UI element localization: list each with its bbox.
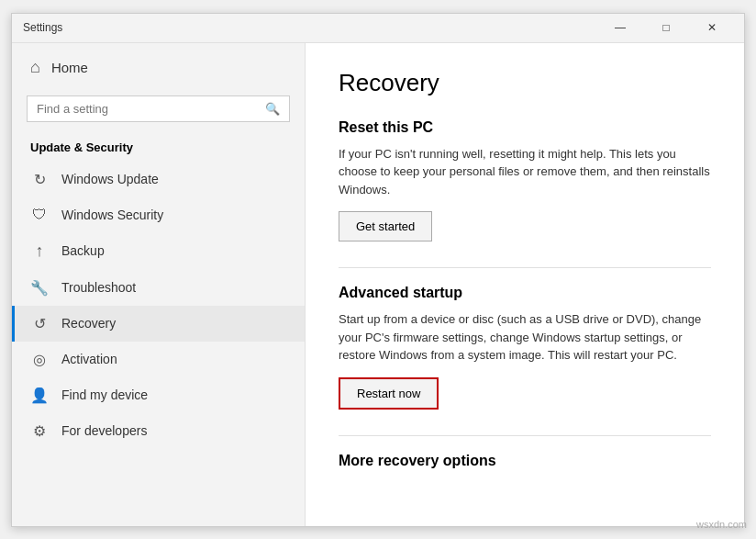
search-icon: 🔍 bbox=[265, 102, 280, 116]
main-content: Recovery Reset this PC If your PC isn't … bbox=[306, 43, 744, 526]
windows-security-icon: 🛡 bbox=[30, 207, 49, 223]
sidebar-item-recovery[interactable]: ↺ Recovery bbox=[12, 306, 305, 342]
window-title: Settings bbox=[23, 21, 62, 34]
advanced-startup-description: Start up from a device or disc (such as … bbox=[339, 310, 711, 365]
title-bar: Settings — □ ✕ bbox=[12, 14, 744, 43]
sidebar-section-title: Update & Security bbox=[12, 133, 305, 162]
sidebar-item-windows-update[interactable]: ↻ Windows Update bbox=[12, 162, 305, 197]
home-label: Home bbox=[51, 60, 88, 75]
content-area: ⌂ Home 🔍 Update & Security ↻ Windows Upd… bbox=[12, 43, 744, 526]
sidebar-item-troubleshoot[interactable]: 🔧 Troubleshoot bbox=[12, 270, 305, 306]
reset-pc-title: Reset this PC bbox=[339, 119, 711, 136]
more-recovery-title: More recovery options bbox=[339, 453, 711, 469]
sidebar-item-activation[interactable]: ◎ Activation bbox=[12, 342, 305, 377]
get-started-button[interactable]: Get started bbox=[339, 211, 432, 241]
sidebar-item-for-developers[interactable]: ⚙ For developers bbox=[12, 413, 305, 449]
settings-window: Settings — □ ✕ ⌂ Home 🔍 Update & Securit… bbox=[11, 13, 745, 527]
window-controls: — □ ✕ bbox=[599, 13, 733, 42]
sidebar-item-label: Troubleshoot bbox=[61, 280, 136, 295]
sidebar-item-backup[interactable]: ↑ Backup bbox=[12, 232, 305, 270]
sidebar-item-label: Recovery bbox=[61, 316, 116, 331]
advanced-startup-title: Advanced startup bbox=[339, 285, 711, 301]
minimize-button[interactable]: — bbox=[599, 13, 641, 42]
reset-pc-description: If your PC isn't running well, resetting… bbox=[339, 145, 711, 199]
home-icon: ⌂ bbox=[30, 58, 40, 77]
search-box: 🔍 bbox=[27, 95, 290, 122]
sidebar-item-label: Windows Update bbox=[61, 172, 159, 186]
sidebar-item-windows-security[interactable]: 🛡 Windows Security bbox=[12, 197, 305, 232]
sidebar-item-home[interactable]: ⌂ Home bbox=[12, 43, 305, 92]
sidebar-item-label: Backup bbox=[61, 243, 105, 258]
sidebar-item-find-my-device[interactable]: 👤 Find my device bbox=[12, 377, 305, 413]
sidebar-item-label: Find my device bbox=[61, 387, 148, 402]
restart-now-button[interactable]: Restart now bbox=[339, 377, 439, 410]
sidebar-item-label: Windows Security bbox=[61, 208, 163, 222]
watermark: wsxdn.com bbox=[696, 519, 747, 530]
page-title: Recovery bbox=[339, 69, 711, 97]
recovery-icon: ↺ bbox=[30, 315, 49, 332]
sidebar: ⌂ Home 🔍 Update & Security ↻ Windows Upd… bbox=[12, 43, 306, 526]
maximize-button[interactable]: □ bbox=[645, 13, 687, 42]
search-input[interactable] bbox=[37, 102, 258, 116]
section-divider bbox=[339, 267, 711, 268]
close-button[interactable]: ✕ bbox=[691, 13, 733, 42]
section-divider-2 bbox=[339, 435, 711, 436]
for-developers-icon: ⚙ bbox=[30, 422, 49, 440]
troubleshoot-icon: 🔧 bbox=[30, 279, 49, 297]
sidebar-item-label: For developers bbox=[61, 423, 147, 438]
backup-icon: ↑ bbox=[30, 241, 49, 261]
windows-update-icon: ↻ bbox=[30, 171, 49, 188]
sidebar-item-label: Activation bbox=[61, 352, 117, 366]
find-my-device-icon: 👤 bbox=[30, 387, 49, 404]
activation-icon: ◎ bbox=[30, 351, 49, 368]
